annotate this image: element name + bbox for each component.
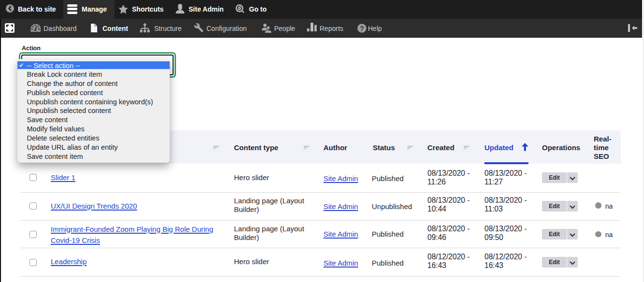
svg-text:?: ? <box>360 25 364 32</box>
